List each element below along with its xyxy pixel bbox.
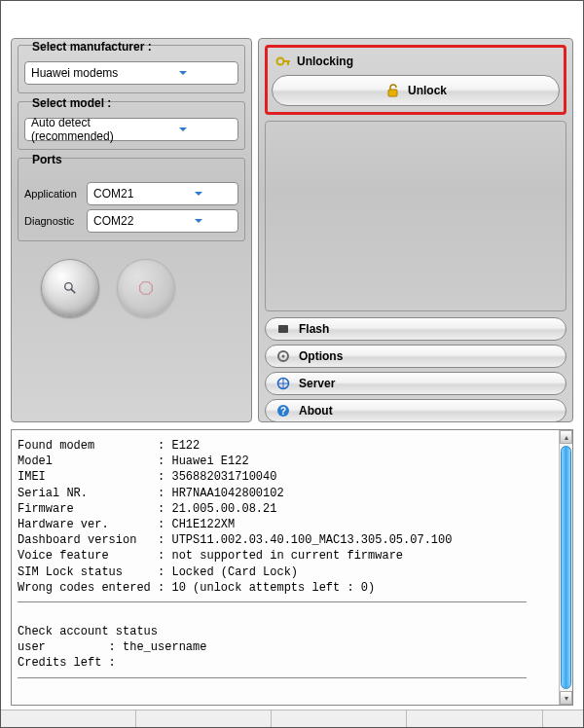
diagnostic-port-label: Diagnostic [24, 215, 87, 227]
about-section-button[interactable]: ? About [265, 399, 566, 422]
action-buttons [18, 259, 245, 317]
unlocking-header: Unlocking [272, 52, 560, 75]
statusbar-grip [543, 710, 583, 727]
model-group: Select model : Auto detect (recommended) [18, 101, 245, 150]
svg-point-3 [277, 58, 284, 65]
chevron-down-icon [164, 213, 234, 229]
svg-marker-2 [140, 282, 153, 295]
unlocking-highlight: Unlocking Unlock [265, 45, 566, 115]
diagnostic-port-value: COM22 [93, 214, 164, 228]
manufacturer-value: Huawei modems [31, 66, 132, 80]
svg-point-9 [282, 355, 285, 358]
stop-button [117, 259, 175, 317]
svg-rect-7 [278, 325, 288, 333]
titlebar [1, 1, 583, 28]
unlock-button-label: Unlock [408, 84, 447, 97]
log-block1: Found modem : E122 Model : Huawei E122 I… [18, 439, 452, 595]
ports-group-label: Ports [28, 153, 66, 166]
statusbar [1, 710, 583, 727]
manufacturer-dropdown[interactable]: Huawei modems [24, 61, 238, 85]
unlock-icon [384, 83, 400, 98]
unlocking-header-label: Unlocking [297, 55, 353, 68]
log-divider [18, 601, 527, 602]
scroll-thumb[interactable] [561, 446, 571, 689]
scroll-down-button[interactable]: ▾ [560, 691, 572, 705]
log-text: Found modem : E122 Model : Huawei E122 I… [12, 430, 559, 705]
search-button[interactable] [41, 259, 99, 317]
application-port-label: Application [24, 188, 87, 200]
globe-icon [275, 376, 291, 391]
app-window: Select manufacturer : Huawei modems Sele… [0, 0, 584, 728]
flash-section-button[interactable]: Flash [265, 317, 566, 341]
log-scrollbar[interactable]: ▴ ▾ [559, 430, 572, 705]
svg-text:?: ? [280, 406, 286, 417]
manufacturer-group: Select manufacturer : Huawei modems [18, 45, 245, 93]
diagnostic-port-dropdown[interactable]: COM22 [87, 209, 238, 233]
key-icon [275, 54, 291, 69]
flash-label: Flash [299, 322, 329, 336]
gear-icon [275, 348, 291, 364]
application-port-value: COM21 [93, 187, 164, 200]
log-area: Found modem : E122 Model : Huawei E122 I… [11, 429, 573, 706]
about-label: About [299, 404, 333, 418]
content-area [265, 121, 566, 311]
svg-line-1 [71, 289, 75, 293]
info-icon: ? [275, 403, 291, 419]
ports-group: Ports Application COM21 Diagnostic COM22 [18, 158, 245, 241]
options-label: Options [299, 349, 343, 363]
server-label: Server [299, 377, 335, 390]
statusbar-cell [1, 710, 136, 727]
magnifier-icon [62, 280, 78, 296]
log-divider [18, 677, 527, 678]
statusbar-cell [136, 710, 272, 727]
stop-hand-icon [138, 280, 154, 296]
statusbar-cell [407, 710, 542, 727]
application-port-dropdown[interactable]: COM21 [87, 182, 238, 205]
main-area: Select manufacturer : Huawei modems Sele… [11, 38, 573, 422]
model-dropdown[interactable]: Auto detect (recommended) [24, 118, 238, 141]
model-group-label: Select model : [28, 96, 115, 110]
log-block2: Check account status user : the_username… [18, 625, 206, 670]
options-section-button[interactable]: Options [265, 345, 566, 368]
chevron-down-icon [132, 65, 234, 81]
scroll-up-button[interactable]: ▴ [560, 430, 572, 444]
server-section-button[interactable]: Server [265, 372, 566, 395]
chevron-down-icon [132, 122, 234, 137]
flash-icon [275, 321, 291, 337]
left-panel: Select manufacturer : Huawei modems Sele… [11, 38, 252, 422]
right-panel: Unlocking Unlock Flash [258, 38, 573, 422]
svg-rect-6 [388, 90, 397, 96]
statusbar-cell [272, 710, 407, 727]
scroll-track[interactable] [560, 444, 572, 691]
manufacturer-group-label: Select manufacturer : [28, 40, 156, 54]
chevron-down-icon [164, 186, 234, 201]
model-value: Auto detect (recommended) [31, 116, 132, 143]
unlock-button[interactable]: Unlock [272, 75, 560, 106]
